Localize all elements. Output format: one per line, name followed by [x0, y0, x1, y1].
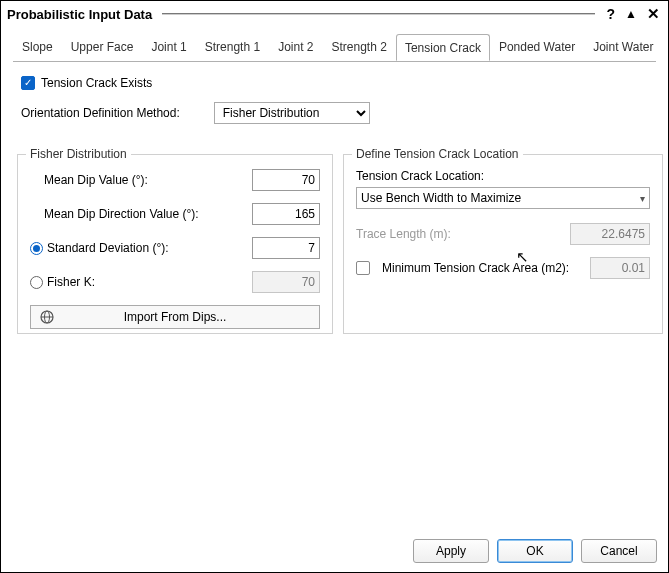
- define-tension-crack-location-group: Define Tension Crack Location Tension Cr…: [343, 154, 663, 334]
- chevron-down-icon: ▾: [640, 193, 645, 204]
- ok-button[interactable]: OK: [497, 539, 573, 563]
- tension-crack-exists-checkbox[interactable]: [21, 76, 35, 90]
- trace-length-label: Trace Length (m):: [356, 227, 451, 241]
- tab-upper-face[interactable]: Upper Face: [62, 33, 143, 60]
- stddev-label: Standard Deviation (°):: [47, 241, 169, 255]
- fisher-k-input: [252, 271, 320, 293]
- dialog-title: Probabilistic Input Data: [7, 7, 152, 22]
- fisher-legend: Fisher Distribution: [26, 147, 131, 161]
- mean-dip-label: Mean Dip Value (°):: [44, 173, 148, 187]
- globe-icon: [39, 309, 55, 325]
- tab-bar: Slope Upper Face Joint 1 Strength 1 Join…: [1, 29, 668, 61]
- tension-crack-location-label: Tension Crack Location:: [356, 169, 484, 183]
- mean-dip-dir-input[interactable]: [252, 203, 320, 225]
- stddev-input[interactable]: [252, 237, 320, 259]
- tab-joint1[interactable]: Joint 1: [142, 33, 195, 60]
- tension-crack-exists-label: Tension Crack Exists: [41, 76, 152, 90]
- orientation-method-select[interactable]: Fisher Distribution: [214, 102, 370, 124]
- stddev-radio[interactable]: Standard Deviation (°):: [30, 241, 169, 255]
- orientation-method-label: Orientation Definition Method:: [21, 106, 180, 120]
- collapse-icon[interactable]: ▲: [623, 7, 639, 21]
- tab-content: Tension Crack Exists Orientation Definit…: [13, 61, 656, 521]
- fisher-k-radio[interactable]: Fisher K:: [30, 275, 95, 289]
- radio-dot-icon: [30, 276, 43, 289]
- tab-tension-crack[interactable]: Tension Crack: [396, 34, 490, 61]
- min-area-input: [590, 257, 650, 279]
- min-area-label: Minimum Tension Crack Area (m2):: [382, 261, 569, 275]
- import-label: Import From Dips...: [124, 310, 227, 324]
- dialog-footer: Apply OK Cancel: [413, 539, 657, 563]
- tab-seismic[interactable]: Seismic: [662, 33, 669, 60]
- cancel-button[interactable]: Cancel: [581, 539, 657, 563]
- tab-slope[interactable]: Slope: [13, 33, 62, 60]
- title-divider: [162, 13, 594, 15]
- close-icon[interactable]: ✕: [645, 5, 662, 23]
- fisher-distribution-group: Fisher Distribution Mean Dip Value (°): …: [17, 154, 333, 334]
- tab-ponded-water[interactable]: Ponded Water: [490, 33, 584, 60]
- tab-joint-water[interactable]: Joint Water: [584, 33, 662, 60]
- min-area-checkbox[interactable]: [356, 261, 370, 275]
- mean-dip-dir-label: Mean Dip Direction Value (°):: [44, 207, 199, 221]
- radio-dot-icon: [30, 242, 43, 255]
- apply-button[interactable]: Apply: [413, 539, 489, 563]
- mean-dip-input[interactable]: [252, 169, 320, 191]
- fisher-k-label: Fisher K:: [47, 275, 95, 289]
- location-legend: Define Tension Crack Location: [352, 147, 523, 161]
- trace-length-input: [570, 223, 650, 245]
- tab-strength1[interactable]: Strength 1: [196, 33, 269, 60]
- import-from-dips-button[interactable]: Import From Dips...: [30, 305, 320, 329]
- tension-crack-location-select[interactable]: Use Bench Width to Maximize ▾: [356, 187, 650, 209]
- tab-strength2[interactable]: Strength 2: [323, 33, 396, 60]
- tab-joint2[interactable]: Joint 2: [269, 33, 322, 60]
- help-icon[interactable]: ?: [605, 6, 618, 22]
- tension-crack-location-value: Use Bench Width to Maximize: [361, 191, 521, 205]
